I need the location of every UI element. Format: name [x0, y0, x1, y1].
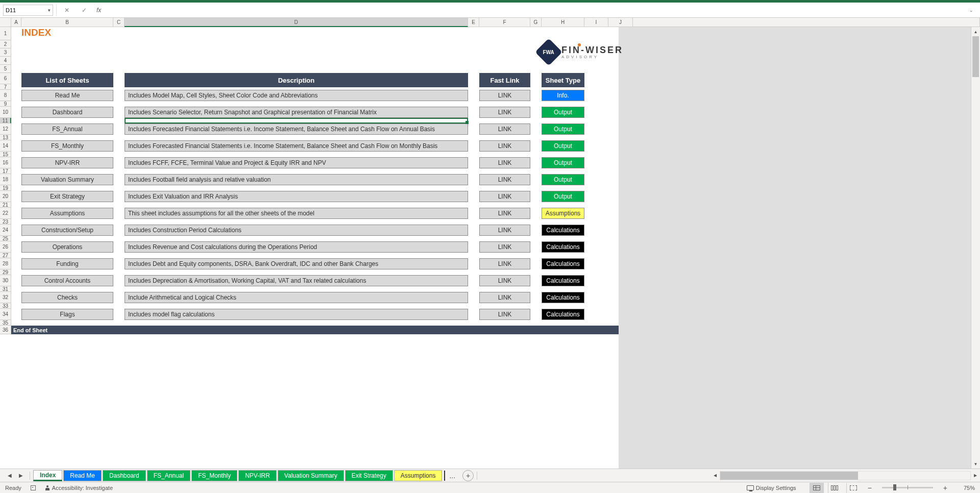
cancel-button[interactable]: ✕: [60, 5, 74, 16]
row-header-31[interactable]: 31: [0, 286, 11, 292]
tab-nav-next[interactable]: ▶: [15, 470, 27, 481]
enter-button[interactable]: ✓: [77, 5, 91, 16]
sheet-name-cell[interactable]: Dashboard: [21, 107, 113, 118]
sheet-name-cell[interactable]: FS_Monthly: [21, 140, 113, 152]
scroll-right-icon[interactable]: ▶: [971, 471, 980, 480]
row-header-13[interactable]: 13: [0, 135, 11, 140]
horizontal-scroll-track[interactable]: [720, 471, 971, 480]
sheet-name-cell[interactable]: Funding: [21, 258, 113, 269]
row-header-21[interactable]: 21: [0, 202, 11, 208]
row-header-24[interactable]: 24: [0, 225, 11, 236]
row-header-36[interactable]: 36: [0, 326, 11, 334]
row-header-32[interactable]: 32: [0, 292, 11, 303]
column-header-C[interactable]: C: [113, 18, 125, 27]
row-header-8[interactable]: 8: [0, 90, 11, 101]
row-header-1[interactable]: 1: [0, 27, 11, 40]
row-header-17[interactable]: 17: [0, 168, 11, 174]
column-header-G[interactable]: G: [530, 18, 542, 27]
sheet-tab[interactable]: FS_Annual: [147, 470, 190, 481]
fast-link-cell[interactable]: LINK: [479, 292, 530, 303]
zoom-percent[interactable]: 75%: [954, 485, 975, 491]
sheet-name-cell[interactable]: Control Accounts: [21, 275, 113, 286]
row-header-11[interactable]: 11: [0, 118, 11, 124]
row-header-9[interactable]: 9: [0, 101, 11, 107]
sheet-tab[interactable]: NPV-IRR: [238, 470, 277, 481]
row-header-30[interactable]: 30: [0, 275, 11, 286]
tab-nav-prev[interactable]: ◀: [4, 470, 15, 481]
sheet-name-cell[interactable]: Operations: [21, 241, 113, 253]
scroll-down-icon[interactable]: ▼: [971, 459, 980, 469]
sheet-name-cell[interactable]: Checks: [21, 292, 113, 303]
row-header-16[interactable]: 16: [0, 157, 11, 168]
sheet-name-cell[interactable]: Read Me: [21, 90, 113, 101]
sheet-tab[interactable]: FS_Monthly: [191, 470, 237, 481]
column-header-F[interactable]: F: [479, 18, 530, 27]
fast-link-cell[interactable]: LINK: [479, 107, 530, 118]
view-page-break-button[interactable]: [846, 483, 861, 493]
row-header-34[interactable]: 34: [0, 309, 11, 320]
sheet-name-cell[interactable]: Exit Strategy: [21, 191, 113, 202]
fast-link-cell[interactable]: LINK: [479, 174, 530, 185]
column-header-B[interactable]: B: [21, 18, 113, 27]
column-header-E[interactable]: E: [468, 18, 479, 27]
row-header-22[interactable]: 22: [0, 208, 11, 219]
name-box[interactable]: D11: [3, 5, 53, 16]
row-header-20[interactable]: 20: [0, 191, 11, 202]
sheet-name-cell[interactable]: Assumptions: [21, 208, 113, 219]
row-header-25[interactable]: 25: [0, 236, 11, 241]
fast-link-cell[interactable]: LINK: [479, 124, 530, 135]
formula-expand-icon[interactable]: ⌄: [966, 8, 977, 13]
fx-icon[interactable]: fx: [94, 7, 103, 14]
zoom-in-button[interactable]: +: [940, 484, 950, 492]
sheet-tab[interactable]: Read Me: [63, 470, 102, 481]
grid-content[interactable]: INDEXFWA FIN-WISER ADVISORY List of Shee…: [11, 27, 980, 469]
sheet-tab[interactable]: Valuation Summary: [278, 470, 344, 481]
macro-recording-button[interactable]: [31, 485, 36, 490]
row-header-2[interactable]: 2: [0, 40, 11, 48]
select-all-corner[interactable]: [0, 18, 11, 27]
view-normal-button[interactable]: [810, 483, 824, 493]
column-header-H[interactable]: H: [542, 18, 584, 27]
fast-link-cell[interactable]: LINK: [479, 90, 530, 101]
sheet-name-cell[interactable]: Construction/Setup: [21, 225, 113, 236]
fast-link-cell[interactable]: LINK: [479, 225, 530, 236]
row-header-3[interactable]: 3: [0, 48, 11, 57]
sheet-name-cell[interactable]: FS_Annual: [21, 124, 113, 135]
row-header-23[interactable]: 23: [0, 219, 11, 225]
row-header-19[interactable]: 19: [0, 185, 11, 191]
column-header-J[interactable]: J: [608, 18, 633, 27]
vertical-scrollbar[interactable]: ▲ ▼: [971, 27, 980, 469]
row-header-10[interactable]: 10: [0, 107, 11, 118]
add-sheet-button[interactable]: +: [462, 470, 474, 481]
horizontal-scroll-thumb[interactable]: [720, 472, 858, 480]
tabs-overflow[interactable]: ...: [445, 472, 459, 480]
sheet-name-cell[interactable]: Valuation Summary: [21, 174, 113, 185]
fast-link-cell[interactable]: LINK: [479, 140, 530, 152]
row-header-7[interactable]: 7: [0, 84, 11, 90]
row-header-14[interactable]: 14: [0, 140, 11, 152]
column-header-I[interactable]: I: [584, 18, 608, 27]
column-header-A[interactable]: A: [11, 18, 21, 27]
sheet-name-cell[interactable]: NPV-IRR: [21, 157, 113, 168]
row-header-5[interactable]: 5: [0, 65, 11, 73]
scroll-up-icon[interactable]: ▲: [971, 27, 980, 36]
row-header-4[interactable]: 4: [0, 57, 11, 65]
row-header-15[interactable]: 15: [0, 152, 11, 157]
accessibility-checker[interactable]: Accessibility: Investigate: [45, 485, 113, 491]
fast-link-cell[interactable]: LINK: [479, 191, 530, 202]
zoom-out-button[interactable]: −: [865, 484, 875, 492]
display-settings-button[interactable]: Display Settings: [747, 485, 796, 491]
row-header-12[interactable]: 12: [0, 124, 11, 135]
fast-link-cell[interactable]: LINK: [479, 309, 530, 320]
vertical-scroll-thumb[interactable]: [972, 36, 979, 77]
row-header-26[interactable]: 26: [0, 241, 11, 253]
zoom-slider-thumb[interactable]: [893, 484, 896, 490]
zoom-slider[interactable]: [882, 487, 933, 488]
row-header-33[interactable]: 33: [0, 303, 11, 309]
sheet-name-cell[interactable]: Flags: [21, 309, 113, 320]
sheet-tab[interactable]: Assumptions: [394, 470, 443, 481]
row-header-29[interactable]: 29: [0, 269, 11, 275]
view-page-layout-button[interactable]: [828, 483, 842, 493]
fast-link-cell[interactable]: LINK: [479, 275, 530, 286]
fast-link-cell[interactable]: LINK: [479, 208, 530, 219]
